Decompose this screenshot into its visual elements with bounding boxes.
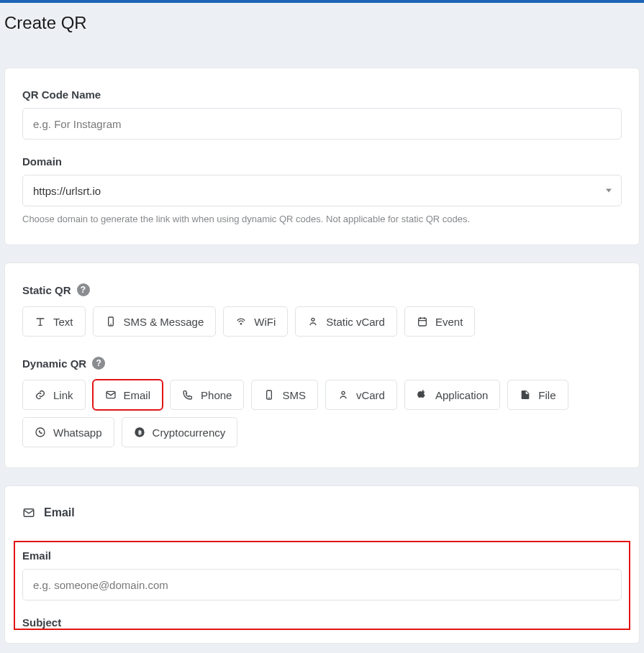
chip-link[interactable]: Link	[22, 380, 86, 410]
help-icon[interactable]: ?	[77, 283, 90, 296]
wifi-icon	[235, 316, 247, 327]
static-qr-label: Static QR ?	[22, 283, 622, 296]
mail-icon	[22, 506, 35, 519]
chip-whatsapp[interactable]: Whatsapp	[22, 417, 114, 447]
svg-point-2	[241, 324, 242, 324]
qr-name-label: QR Code Name	[22, 88, 622, 101]
card-qr-types: Static QR ? Text SMS & Message WiFi Sta	[4, 262, 640, 468]
help-icon[interactable]: ?	[92, 357, 105, 370]
person-icon	[307, 316, 319, 327]
email-input[interactable]	[22, 569, 622, 601]
chip-sms[interactable]: SMS	[251, 380, 318, 410]
svg-point-3	[312, 318, 314, 321]
card-email-config: Email Email Subject	[4, 485, 640, 644]
chip-event[interactable]: Event	[404, 306, 475, 337]
person-icon	[337, 389, 349, 401]
svg-rect-4	[419, 318, 427, 326]
dynamic-qr-label: Dynamic QR ?	[22, 357, 622, 370]
text-icon	[35, 316, 46, 327]
domain-selected-value: https://urlsrt.io	[33, 185, 101, 197]
file-icon	[520, 389, 531, 401]
chip-static-vcard[interactable]: Static vCard	[295, 306, 397, 337]
domain-help-text: Choose domain to generate the link with …	[22, 214, 622, 224]
chip-phone[interactable]: Phone	[170, 380, 244, 410]
domain-select[interactable]: https://urlsrt.io	[22, 175, 622, 206]
whatsapp-icon	[35, 426, 46, 438]
chip-cryptocurrency[interactable]: ฿ Cryptocurrency	[122, 417, 238, 447]
chip-application[interactable]: Application	[404, 380, 500, 410]
calendar-icon	[417, 316, 428, 327]
smartphone-icon	[263, 389, 275, 401]
svg-text:฿: ฿	[137, 429, 141, 436]
chip-vcard[interactable]: vCard	[325, 380, 397, 410]
subject-field-label: Subject	[22, 616, 622, 629]
bitcoin-icon: ฿	[134, 426, 145, 438]
chip-sms-message[interactable]: SMS & Message	[93, 306, 217, 337]
dynamic-qr-chips: Link Email Phone SMS vCard	[22, 380, 622, 447]
email-field-label: Email	[22, 549, 622, 562]
qr-name-input[interactable]	[22, 108, 622, 140]
chip-text[interactable]: Text	[22, 306, 86, 337]
chip-file[interactable]: File	[507, 380, 568, 410]
static-qr-chips: Text SMS & Message WiFi Static vCard Eve…	[22, 306, 622, 337]
phone-icon	[182, 389, 194, 401]
domain-label: Domain	[22, 155, 622, 168]
card-basic-settings: QR Code Name Domain https://urlsrt.io Ch…	[4, 68, 640, 245]
link-icon	[35, 389, 46, 401]
chevron-down-icon	[606, 189, 612, 193]
mail-icon	[105, 389, 117, 401]
email-highlight-box: Email Subject	[15, 542, 629, 629]
page-title: Create QR	[0, 3, 644, 33]
email-section-title: Email	[44, 506, 75, 519]
chip-email[interactable]: Email	[93, 380, 163, 410]
chip-wifi[interactable]: WiFi	[223, 306, 288, 337]
svg-point-11	[342, 391, 345, 394]
smartphone-icon	[105, 316, 117, 327]
apple-icon	[417, 389, 428, 401]
